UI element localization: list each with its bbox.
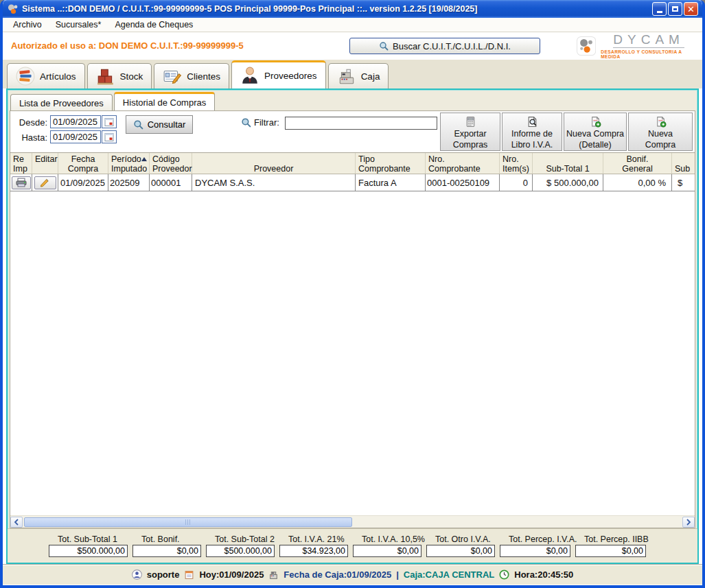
app-icon (7, 3, 19, 15)
minimize-button[interactable] (652, 2, 667, 16)
cell-tipo: Factura A (356, 174, 426, 191)
tab-clientes-label: Clientes (187, 71, 220, 82)
cash-register-icon (337, 67, 356, 86)
col-proveedor[interactable]: Proveedor (192, 153, 356, 174)
edit-button[interactable] (34, 176, 56, 189)
boxes-icon (96, 67, 115, 86)
col-subtotal2[interactable]: Sub (672, 153, 695, 174)
total-percep-iva: Tot. Percep. I.V.A. $0,00 (500, 534, 570, 557)
title-bar[interactable]: Sistema ..::DON DEMO / C.U.I.T.:99-99999… (3, 0, 702, 18)
menu-sucursales[interactable]: Sucursales* (49, 19, 108, 31)
horizontal-scrollbar[interactable] (10, 515, 695, 528)
nueva-compra-button[interactable]: Nueva Compra (628, 113, 693, 151)
subtab-historial-compras[interactable]: Historial de Compras (114, 92, 215, 111)
tab-proveedores-label: Proveedores (264, 71, 317, 81)
books-icon (16, 67, 35, 86)
nueva-compra-detalle-button[interactable]: Nueva Compra (Detalle) (564, 113, 627, 151)
total-bonif-value: $0,00 (132, 545, 201, 557)
dycam-circles-icon (577, 36, 596, 56)
menu-archivo[interactable]: Archivo (7, 19, 48, 31)
tab-proveedores[interactable]: Proveedores (231, 60, 326, 89)
nueva-compra-label: Nueva Compra (645, 129, 675, 150)
desde-calendar-button[interactable] (102, 115, 117, 128)
cell-fecha: 01/09/2025 (58, 174, 108, 191)
action-buttons: Exportar Compras Informe de Libro I.V.A. (440, 113, 693, 151)
exportar-compras-label: Exportar Compras (453, 129, 488, 150)
status-user: soporte (147, 569, 180, 580)
total-percep-iibb-value: $0,00 (575, 545, 646, 557)
chevron-left-icon (14, 519, 19, 526)
cell-reimp (10, 174, 32, 191)
col-codigo-proveedor[interactable]: Código Proveedor (150, 153, 192, 174)
tab-articulos[interactable]: Artículos (7, 63, 85, 89)
filter-row: Desde: Hasta: (10, 111, 695, 152)
tab-clientes[interactable]: Clientes (154, 63, 229, 89)
col-periodo-imputado[interactable]: Período Imputado (108, 153, 150, 174)
tab-caja[interactable]: Caja (328, 63, 389, 89)
table-row[interactable]: 01/09/2025 202509 000001 DYCAM S.A.S. Fa… (10, 174, 695, 191)
buscar-label: Buscar C.U.I.T./C.U.I.L./D.N.I. (393, 41, 511, 51)
total-bonif: Tot. Bonif. $0,00 (132, 534, 201, 557)
col-nro-comprobante[interactable]: Nro. Comprobante (426, 153, 500, 174)
print-button[interactable] (12, 176, 31, 189)
historial-content: Desde: Hasta: (10, 110, 695, 528)
scroll-right-button[interactable] (682, 517, 695, 528)
cell-editar (32, 174, 58, 191)
scroll-left-button[interactable] (10, 517, 23, 528)
tab-caja-label: Caja (361, 71, 380, 82)
exportar-compras-button[interactable]: Exportar Compras (440, 113, 500, 151)
total-otro-iva: Tot. Otro I.V.A. $0,00 (426, 534, 495, 557)
subtab-lista-proveedores[interactable]: Lista de Proveedores (10, 94, 113, 111)
total-iva21: Tot. I.V.A. 21% $34.923,00 (279, 534, 348, 557)
cell-bonif: 0,00 % (603, 174, 672, 191)
desde-input[interactable] (50, 115, 101, 128)
logo-name: DYCAM (613, 33, 684, 48)
tab-stock-label: Stock (120, 71, 143, 82)
consultar-button[interactable]: Consultar (126, 115, 193, 134)
col-subtotal1[interactable]: Sub-Total 1 (533, 153, 603, 174)
total-subtotal1: Tot. Sub-Total 1 $500.000,00 (49, 534, 128, 557)
total-subtotal2-label: Tot. Sub-Total 2 (206, 534, 275, 544)
informe-libro-iva-button[interactable]: Informe de Libro I.V.A. (502, 113, 562, 151)
total-iva105-label: Tot. I.V.A. 10,5% (353, 534, 421, 544)
nueva-compra-detalle-label: Nueva Compra (Detalle) (566, 129, 624, 150)
total-percep-iibb: Tot. Percep. IIBB $0,00 (575, 534, 646, 557)
tab-stock[interactable]: Stock (87, 63, 152, 89)
cell-codigo: 000001 (150, 174, 192, 191)
table-empty-area (10, 191, 695, 515)
close-button[interactable]: ✕ (684, 2, 698, 16)
header-band: Autorizado el uso a: DON DEMO C.U.I.T.:9… (3, 32, 702, 60)
col-tipo-comprobante[interactable]: Tipo Comprobante (356, 153, 426, 174)
buscar-cuit-button[interactable]: Buscar C.U.I.T./C.U.I.L./D.N.I. (349, 38, 540, 54)
hasta-input[interactable] (50, 130, 101, 143)
total-percep-iibb-label: Tot. Percep. IIBB (575, 534, 646, 544)
total-percep-iva-value: $0,00 (500, 545, 570, 557)
maximize-button[interactable] (668, 2, 682, 16)
scrollbar-thumb[interactable] (24, 517, 352, 527)
total-percep-iva-label: Tot. Percep. I.V.A. (500, 534, 570, 544)
total-iva105: Tot. I.V.A. 10,5% $0,00 (353, 534, 421, 557)
proveedores-panel: Lista de Proveedores Historial de Compra… (6, 89, 699, 564)
col-fecha-compra[interactable]: Fecha Compra (58, 153, 108, 174)
user-icon (132, 569, 142, 580)
col-editar[interactable]: Editar (32, 153, 58, 174)
notepad-icon (184, 569, 194, 580)
thumb-grip (185, 519, 192, 525)
cash-register-small-icon (268, 569, 279, 580)
export-spreadsheet-icon (465, 116, 476, 128)
calendar-icon (104, 117, 114, 127)
informe-libro-iva-label: Informe de Libro I.V.A. (511, 129, 553, 150)
filtrar-input[interactable] (285, 117, 437, 130)
hasta-calendar-button[interactable] (102, 130, 117, 143)
cell-subtotal1: $ 500.000,00 (533, 174, 603, 191)
clock-icon (499, 569, 509, 580)
status-bar: soporte Hoy:01/09/2025 Fecha de Caja:01/… (3, 564, 702, 585)
status-caja: Caja:CAJA CENTRAL (404, 569, 494, 580)
col-bonif-general[interactable]: Bonif. General (603, 153, 672, 174)
total-subtotal1-value: $500.000,00 (49, 545, 128, 557)
window-title: Sistema ..::DON DEMO / C.U.I.T.:99-99999… (22, 4, 652, 14)
col-nro-items[interactable]: Nro. Item(s) (500, 153, 533, 174)
menu-agenda-cheques[interactable]: Agenda de Cheques (108, 19, 199, 31)
table-header: Re Imp Editar Fecha Compra Período Imput… (10, 152, 695, 174)
col-reimp[interactable]: Re Imp (10, 153, 32, 174)
